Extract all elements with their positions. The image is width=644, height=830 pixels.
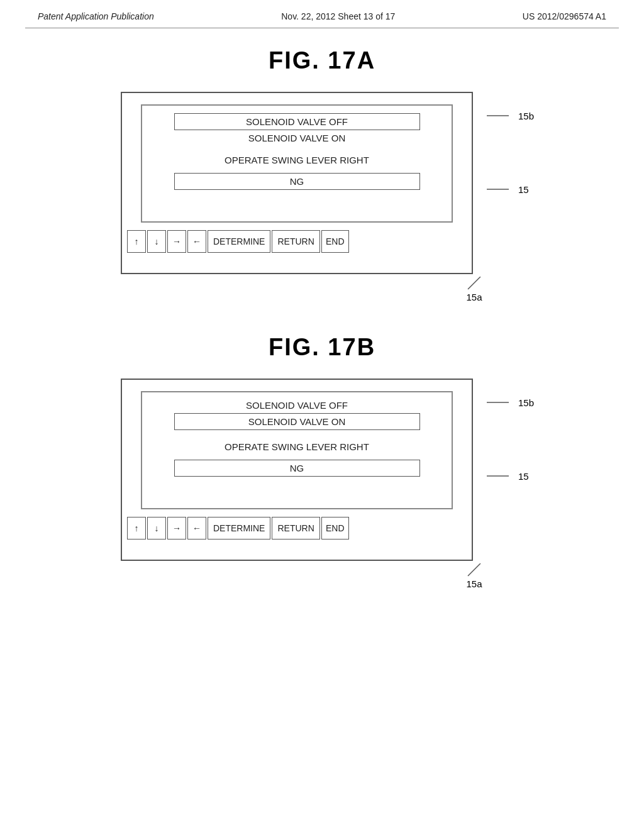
fig17b-text-15: 15 [518,471,529,482]
fig17b-btn-down[interactable]: ↓ [147,517,166,540]
fig17a-row4: NG [174,173,420,190]
fig17b-text-15a: 15a [466,578,482,589]
figure-17a-screen: SOLENOID VALVE OFF SOLENOID VALVE ON OPE… [121,92,473,274]
fig17a-btn-left[interactable]: ← [187,230,206,253]
fig17a-arrow-15b [487,109,518,122]
fig17b-row2: SOLENOID VALVE ON [174,413,420,430]
fig17b-btn-right[interactable]: → [167,517,186,540]
fig17a-row1: SOLENOID VALVE OFF [174,113,420,130]
fig17b-row3: OPERATE SWING LEVER RIGHT [152,440,441,453]
fig17a-annotations: 15b 15 [473,92,523,274]
fig17b-row1: SOLENOID VALVE OFF [152,399,441,412]
fig17a-text-15a: 15a [466,292,482,302]
fig17b-arrow-15a [462,563,487,577]
fig17b-15a-wrapper: 15a [121,563,523,589]
figure-17b-display: SOLENOID VALVE OFF SOLENOID VALVE ON OPE… [141,391,453,509]
fig17a-text-15b: 15b [518,111,534,121]
figure-17b-section: FIG. 17B SOLENOID VALVE OFF SOLENOID VAL… [0,334,644,589]
fig17a-row2: SOLENOID VALVE ON [152,131,441,145]
header-patent-number: US 2012/0296574 A1 [523,11,606,21]
fig17b-row4: NG [174,460,420,477]
fig17b-arrow-15b [487,396,518,409]
fig17a-label-15: 15 [487,183,529,196]
header-divider [25,28,619,28]
figure-17a-diagram: SOLENOID VALVE OFF SOLENOID VALVE ON OPE… [121,92,523,274]
fig17a-arrow-15a [462,277,487,290]
fig17b-arrow-15 [487,470,518,482]
page-header: Patent Application Publication Nov. 22, … [0,0,644,28]
fig17b-label-15b: 15b [487,396,534,409]
figure-17b-title: FIG. 17B [269,334,375,361]
fig17a-btn-end[interactable]: END [321,230,349,253]
fig17a-btn-right[interactable]: → [167,230,186,253]
fig17a-btn-return[interactable]: RETURN [272,230,319,253]
header-publication-type: Patent Application Publication [38,11,154,21]
fig17b-annotations: 15b 15 [473,379,523,561]
fig17b-btn-end[interactable]: END [321,517,349,540]
fig17a-label-15b: 15b [487,109,534,122]
fig17b-text-15b: 15b [518,397,534,408]
fig17a-btn-determine[interactable]: DETERMINE [208,230,270,253]
fig17a-row3: OPERATE SWING LEVER RIGHT [152,153,441,167]
fig17b-btn-determine[interactable]: DETERMINE [208,517,270,540]
fig17b-btn-return[interactable]: RETURN [272,517,319,540]
fig17a-arrow-15 [487,183,518,196]
header-sheet-info: Nov. 22, 2012 Sheet 13 of 17 [281,11,395,21]
fig17b-label-15: 15 [487,470,529,482]
fig17b-btn-left[interactable]: ← [187,517,206,540]
figure-17a-button-bar: ↑ ↓ → ← DETERMINE RETURN END [122,230,472,258]
figure-17b-diagram: SOLENOID VALVE OFF SOLENOID VALVE ON OPE… [121,379,523,561]
fig17a-btn-down[interactable]: ↓ [147,230,166,253]
fig17b-label-15a-group: 15a [462,563,487,589]
fig17a-label-15a-group: 15a [462,277,487,302]
figure-17b-button-bar: ↑ ↓ → ← DETERMINE RETURN END [122,517,472,545]
fig17a-text-15: 15 [518,184,529,195]
fig17a-btn-up[interactable]: ↑ [127,230,146,253]
fig17b-btn-up[interactable]: ↑ [127,517,146,540]
figure-17a-section: FIG. 17A SOLENOID VALVE OFF SOLENOID VAL… [0,47,644,302]
figure-17a-display: SOLENOID VALVE OFF SOLENOID VALVE ON OPE… [141,104,453,223]
fig17a-15a-wrapper: 15a [121,277,523,302]
svg-line-5 [468,563,480,576]
figure-17b-screen: SOLENOID VALVE OFF SOLENOID VALVE ON OPE… [121,379,473,561]
svg-line-2 [468,277,480,289]
figure-17a-title: FIG. 17A [269,47,375,74]
